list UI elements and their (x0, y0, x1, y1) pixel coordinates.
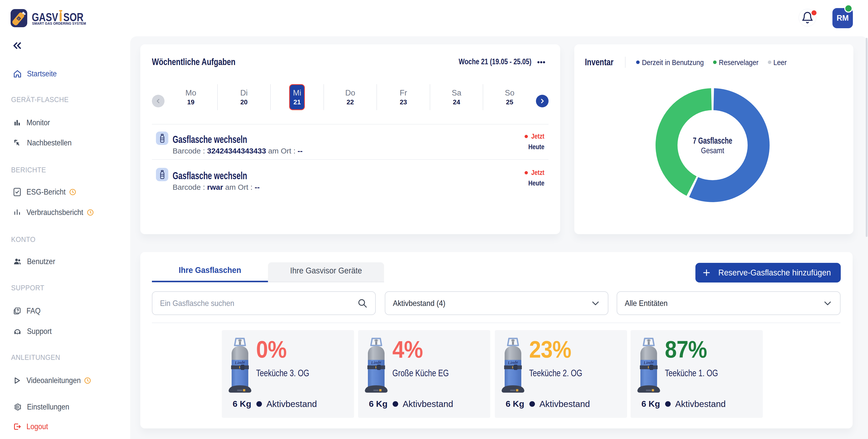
svg-text:7 Gasflasche: 7 Gasflasche (693, 136, 732, 145)
svg-text:Linde: Linde (643, 360, 654, 365)
svg-text:Linde: Linde (507, 360, 518, 365)
svg-text:Linde: Linde (235, 360, 245, 365)
svg-text:Linde: Linde (371, 360, 381, 365)
svg-text:Gesamt: Gesamt (701, 146, 724, 155)
